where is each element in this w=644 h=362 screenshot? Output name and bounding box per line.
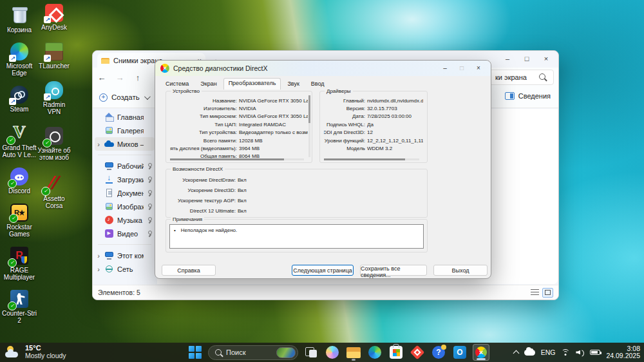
feature-field-row: DirectX 12 Ultimate: Вкл (170, 205, 423, 216)
battery-icon[interactable] (590, 350, 600, 355)
view-toggle-buttons (531, 288, 553, 298)
desktop-icon-recycle-bin[interactable]: Корзина (1, 4, 37, 33)
desktop-icon-label: Discord (8, 187, 30, 195)
explorer-sidebar: Главная Галерея › Михов — Личн (93, 110, 156, 284)
maximize-button[interactable]: □ (517, 53, 536, 64)
outlook-button[interactable]: O (451, 344, 468, 361)
dxdiag-title-bar[interactable]: × Средство диагностики DirectX – □ × (155, 61, 491, 76)
sidebar-item-pictures[interactable]: Изображени (95, 200, 155, 213)
get-help-button[interactable]: ? (430, 344, 447, 361)
chevron-down-icon[interactable] (144, 93, 151, 100)
edge-button[interactable] (366, 344, 383, 361)
minimize-button[interactable]: – (437, 63, 453, 73)
drivers-groupbox: Драйверы Главный: nvldumdx.dll,nvldumdx.… (319, 91, 428, 163)
list-view-icon[interactable] (531, 289, 539, 296)
field-value: Вкл (238, 208, 423, 214)
desktop-icon-microsoft-edge[interactable]: Microsoft Edge (1, 43, 37, 77)
task-view-button[interactable] (303, 344, 319, 361)
pin-icon (147, 190, 153, 196)
desktop-icon-gta-v[interactable]: Grand Theft Auto V Le... (1, 122, 37, 158)
desktop-icon-rockstar-games[interactable]: Rockstar Games (1, 204, 37, 238)
device-field-row: Память дисплея (видеопамять): 3964 MB (170, 144, 308, 152)
sidebar-item-gallery[interactable]: Галерея (95, 124, 155, 137)
desktop-icon-tlauncher[interactable]: TLauncher (36, 43, 72, 70)
back-button[interactable]: ← (93, 70, 111, 85)
desktop-icon-steam[interactable]: Steam (1, 86, 37, 113)
icon-overlay-badge (44, 173, 64, 193)
copilot-button[interactable] (324, 344, 341, 361)
dxdiag-taskbar-button[interactable]: × (473, 344, 489, 361)
next-page-button[interactable]: Следующая страница (292, 265, 354, 276)
tab-sound[interactable]: Звук (282, 79, 304, 89)
up-button[interactable]: ↑ (129, 70, 147, 85)
vertical-scrollbar[interactable] (308, 95, 310, 157)
thumbnail-view-button[interactable] (542, 288, 553, 298)
desktop-icon-counter-strike-2[interactable]: Counter-Stri 2 (1, 290, 37, 324)
details-button[interactable]: Сведения (505, 92, 551, 100)
desktop-icon-spotlight-info[interactable]: Узнайте об этом изоб (36, 127, 72, 161)
anydesk-button[interactable] (409, 344, 426, 361)
maximize-button[interactable]: □ (453, 63, 470, 73)
tab-display[interactable]: Экран (195, 79, 222, 89)
expand-chevron-icon[interactable]: › (96, 252, 101, 260)
minimize-button[interactable]: – (498, 53, 517, 64)
new-button[interactable]: Создать (111, 93, 140, 101)
sidebar-item-network[interactable]: › Сеть (95, 262, 155, 276)
sidebar-item-onedrive[interactable]: › Михов — Личн (95, 137, 155, 151)
expand-chevron-icon[interactable]: › (96, 265, 101, 273)
desktop-icon-discord[interactable]: Discord (1, 167, 37, 195)
field-label: Уровни функций: (324, 138, 365, 144)
close-button[interactable]: × (470, 63, 487, 73)
search-icon (539, 73, 545, 80)
desktop-icon-assetto-corsa[interactable]: Assetto Corsa (36, 173, 72, 209)
hidden-icons-chevron[interactable] (513, 350, 518, 355)
file-explorer-button[interactable] (345, 344, 362, 361)
microsoft-store-button[interactable] (388, 344, 404, 361)
field-value: 12_2,12_1,12_0,11_1,11_0,10_1,10_ (367, 138, 423, 144)
close-button[interactable]: × (536, 53, 556, 64)
tab-system[interactable]: Система (160, 79, 194, 89)
sidebar-item-desktop[interactable]: Рабочий сто (95, 159, 155, 173)
volume-icon[interactable] (576, 349, 584, 356)
desktop-icon-rage-multiplayer[interactable]: RAGE Multiplayer (1, 247, 37, 281)
clock[interactable]: 3:08 24.09.2025 (606, 345, 640, 359)
desktop-icon-radmin-vpn[interactable]: Radmin VPN (36, 81, 72, 115)
help-button[interactable]: Справка (162, 265, 216, 276)
weather-widget[interactable]: 15°C Mostly cloudy (5, 344, 66, 359)
tab-render[interactable]: Преобразователь (223, 78, 281, 90)
horizontal-scrollbar[interactable] (170, 158, 304, 160)
field-value: 12028 MB (239, 138, 308, 144)
app-icon (10, 86, 28, 104)
sidebar-item-label: Галерея (117, 127, 144, 135)
copilot-icon (326, 346, 339, 359)
sidebar-item-documents[interactable]: Документы (95, 186, 155, 200)
field-label: Тип ЦАП: (170, 122, 237, 128)
sidebar-item-downloads[interactable]: Загрузки (95, 173, 155, 186)
taskbar-search[interactable]: Поиск (208, 345, 298, 360)
sidebar-item-icon (104, 202, 114, 211)
sidebar-item-this-pc[interactable]: › Этот компьюте (95, 249, 155, 262)
desktop-icon-anydesk[interactable]: AnyDesk (36, 4, 72, 31)
expand-chevron-icon[interactable]: › (96, 140, 101, 148)
exit-button[interactable]: Выход (433, 265, 488, 276)
field-value: nvldumdx.dll,nvldumdx.dll,nvldumdx.d (367, 98, 423, 104)
wifi-icon[interactable] (561, 349, 570, 356)
device-field-row: Всего памяти: 12028 MB (170, 137, 308, 144)
sidebar-item-home[interactable]: Главная (95, 110, 155, 124)
onedrive-tray-icon[interactable] (524, 350, 535, 356)
device-field-row: Тип ЦАП: Integrated RAMDAC (170, 120, 308, 128)
directx-features-groupbox: Возможности DirectX Ускорение DirectDraw… (166, 169, 428, 218)
icon-overlay-badge (10, 247, 28, 265)
tab-input[interactable]: Ввод (306, 79, 330, 89)
save-all-information-button[interactable]: Сохранить все сведения... (360, 265, 427, 276)
horizontal-scrollbar[interactable] (324, 158, 419, 160)
explorer-status-bar: Элементов: 5 (93, 285, 558, 300)
field-label: Название: (170, 98, 237, 104)
sidebar-item-music[interactable]: Музыка (95, 213, 155, 227)
field-value: Да (367, 122, 423, 128)
dxdiag-tab-strip: Система Экран Преобразователь Звук Ввод (160, 78, 330, 89)
sidebar-item-videos[interactable]: Видео (95, 227, 155, 240)
language-indicator[interactable]: ENG (541, 348, 556, 356)
start-button[interactable] (187, 344, 204, 361)
forward-button[interactable]: → (111, 70, 129, 85)
